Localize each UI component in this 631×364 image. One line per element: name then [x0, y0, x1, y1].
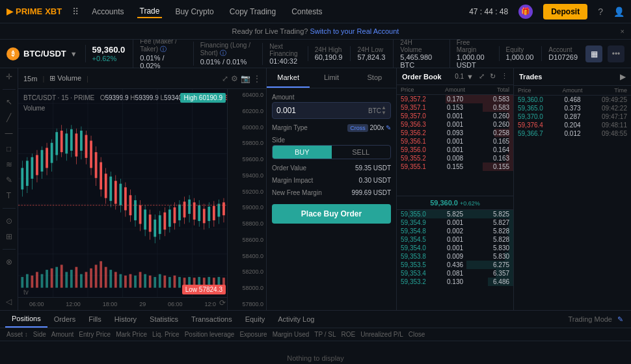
col-margin-used: Margin Used: [273, 331, 310, 338]
financing-help-icon[interactable]: ⓘ: [220, 49, 226, 57]
nav-buy-crypto[interactable]: Buy Crypto: [172, 6, 216, 18]
gift-icon[interactable]: 🎁: [518, 5, 533, 19]
order-panel: Market Limit Stop Amount BTC ▲ ▼ Margin …: [267, 68, 397, 310]
chart-options-icon[interactable]: ⋮: [253, 74, 261, 83]
orderbook-config-icon[interactable]: ▼: [466, 73, 474, 81]
bottom-panel: Positions Orders Fills History Statistic…: [0, 310, 631, 364]
collapse-icon[interactable]: ◁: [6, 297, 12, 306]
svg-rect-90: [208, 207, 210, 221]
logo[interactable]: ▶ PRIMEXBT: [7, 6, 62, 16]
svg-rect-50: [109, 177, 112, 202]
indicators-button[interactable]: ⊞ Volume: [49, 74, 81, 83]
svg-rect-105: [55, 267, 58, 288]
col-position-leverage: Position leverage: [185, 331, 235, 338]
list-item: 59,370.0 0.287 09:47:17: [514, 112, 631, 121]
tab-equity[interactable]: Equity: [239, 311, 272, 327]
toolbar-separator: [3, 89, 16, 90]
orderbook-refresh-icon[interactable]: ↻: [490, 72, 496, 81]
col-asset[interactable]: Asset: [7, 331, 28, 338]
amount-input-row: BTC ▲ ▼: [272, 102, 391, 119]
text-icon[interactable]: T: [7, 191, 11, 200]
svg-rect-114: [100, 261, 102, 288]
svg-rect-36: [75, 133, 77, 156]
tab-transactions[interactable]: Transactions: [185, 311, 239, 327]
svg-rect-46: [100, 162, 102, 190]
help-icon[interactable]: ?: [598, 6, 603, 17]
sell-side-button[interactable]: SELL: [332, 146, 391, 159]
trades-play-icon[interactable]: ▶: [620, 72, 626, 81]
user-icon[interactable]: 👤: [613, 6, 624, 17]
eraser-icon[interactable]: ⊗: [6, 257, 12, 266]
trading-mode-edit-icon[interactable]: ✎: [615, 313, 626, 326]
tab-market[interactable]: Market: [267, 68, 310, 88]
svg-rect-102: [41, 274, 44, 288]
24h-high-group: 24H High 60,190.9: [308, 46, 343, 61]
tab-fills[interactable]: Fills: [82, 311, 108, 327]
edit-margin-icon[interactable]: ✎: [386, 124, 391, 131]
orderbook-more-icon[interactable]: ⋮: [501, 72, 508, 81]
crosshair-icon[interactable]: ✛: [6, 72, 12, 81]
horizontal-line-icon[interactable]: —: [5, 129, 13, 138]
trendline-icon[interactable]: ╱: [7, 113, 11, 122]
table-row: 59,356.0 0.001 0.164: [397, 146, 513, 154]
next-financing-group: Next Financing 01:40:32: [262, 43, 299, 65]
tab-orders[interactable]: Orders: [47, 311, 83, 327]
nav-trade[interactable]: Trade: [137, 5, 163, 18]
order-book-panel: Order Book 0.1 ▼ ⤢ ↻ ⋮ Price Amount Tota…: [397, 68, 514, 310]
buy-side-button[interactable]: BUY: [273, 146, 332, 159]
fib-icon[interactable]: ≋: [6, 160, 12, 169]
settings-icon[interactable]: ⚙: [231, 74, 238, 83]
svg-rect-128: [168, 277, 171, 288]
orderbook-buy-rows: 59,355.0 5.825 5.825 59,354.9 0.001 5.82…: [397, 210, 513, 311]
tab-positions[interactable]: Positions: [5, 311, 47, 328]
svg-rect-38: [80, 131, 83, 151]
more-options-button[interactable]: •••: [608, 46, 624, 62]
svg-rect-34: [70, 129, 73, 151]
empty-state-message: Nothing to display: [0, 341, 631, 364]
chart-toolbar-icons: ⤢ ⚙ 📷 ⋮: [222, 74, 261, 83]
grid-icon[interactable]: ⠿: [72, 6, 79, 17]
col-close: Close: [409, 331, 425, 338]
amount-input[interactable]: [276, 106, 368, 115]
pencil-icon[interactable]: ✎: [6, 176, 12, 185]
banner-close-icon[interactable]: ×: [621, 27, 624, 35]
col-exposure: Exposure: [239, 331, 267, 338]
orderbook-col-headers: Price Amount Total: [397, 85, 513, 95]
deposit-button[interactable]: Deposit: [543, 4, 587, 20]
tab-stop[interactable]: Stop: [353, 68, 396, 88]
timeframe-selector[interactable]: 15m: [23, 75, 37, 83]
symbol-selector[interactable]: ₿ BTC/USDT ▼: [7, 47, 77, 60]
shape-icon[interactable]: □: [7, 144, 11, 153]
svg-rect-94: [218, 204, 221, 217]
nav-contests[interactable]: Contests: [289, 6, 325, 18]
table-row: 59,353.5 0.436 6.275: [397, 261, 513, 269]
svg-rect-82: [188, 200, 191, 214]
tab-history[interactable]: History: [108, 311, 143, 327]
svg-rect-110: [80, 274, 83, 288]
fee-help-icon[interactable]: ⓘ: [160, 46, 167, 53]
next-financing-value: 01:40:32: [269, 57, 299, 65]
table-row: 59,356.1 0.001 0.165: [397, 137, 513, 146]
tab-limit[interactable]: Limit: [310, 68, 353, 88]
24h-low-value: 57,824.3: [357, 53, 385, 61]
tab-statistics[interactable]: Statistics: [143, 311, 185, 327]
fullscreen-icon[interactable]: ⤢: [222, 74, 228, 83]
camera-icon[interactable]: 📷: [241, 74, 250, 83]
orderbook-config[interactable]: 0.1: [455, 73, 464, 80]
nav-accounts[interactable]: Accounts: [89, 6, 126, 18]
chart-type-button[interactable]: ▦: [585, 46, 602, 62]
switch-account-link[interactable]: Switch to your Real Account: [310, 27, 399, 35]
orderbook-expand-icon[interactable]: ⤢: [479, 72, 485, 81]
cursor-icon[interactable]: ↖: [6, 98, 12, 107]
place-buy-order-button[interactable]: Place Buy Order: [272, 204, 391, 224]
scroll-to-latest-icon[interactable]: ⟳: [219, 298, 226, 307]
ruler-icon[interactable]: ⊞: [6, 232, 12, 241]
svg-rect-109: [75, 267, 77, 288]
amount-decrement[interactable]: ▼: [381, 110, 386, 116]
tab-activity-log[interactable]: Activity Log: [271, 311, 321, 327]
svg-rect-106: [60, 265, 63, 287]
order-value-row: Order Value 59.35 USDT: [272, 164, 391, 172]
orderbook-sell-rows: 59,357.2 0.170 0.583 59,357.1 0.153 0.58…: [397, 95, 513, 196]
magnet-icon[interactable]: ⊙: [6, 216, 12, 226]
nav-copy-trading[interactable]: Copy Trading: [227, 6, 278, 18]
